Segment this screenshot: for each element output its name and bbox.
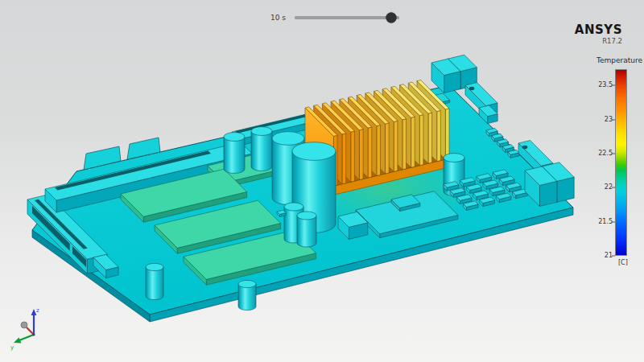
- time-slider: 10 s: [270, 10, 399, 25]
- ansys-brand-text: ANSYS: [575, 24, 622, 36]
- time-slider-handle[interactable]: [386, 13, 397, 23]
- ansys-version-text: R17.2: [575, 37, 622, 45]
- model-viewport[interactable]: [0, 0, 644, 362]
- legend-tick-label: 23: [591, 117, 613, 123]
- legend-tick-label: 23.5: [591, 82, 613, 88]
- ansys-logo: ANSYS R17.2: [575, 24, 622, 45]
- time-slider-track[interactable]: [295, 16, 399, 19]
- legend-tick-label: 22.5: [591, 150, 613, 157]
- triad-y-axis: [19, 335, 34, 340]
- triad-z-label: z: [36, 307, 39, 314]
- triad-y-label: y: [10, 344, 14, 351]
- legend-tick-label: 21: [591, 253, 613, 259]
- legend-unit: [C]: [618, 259, 644, 266]
- legend-colorbar: [615, 69, 627, 256]
- legend-bar-wrap: 23.52322.52221.521: [615, 69, 627, 256]
- legend-tick-label: 21.5: [591, 219, 613, 225]
- triad-origin-icon: [32, 333, 35, 335]
- legend-tick-label: 22: [591, 184, 613, 191]
- legend-title: Temperature: [597, 56, 644, 64]
- time-label: 10 s: [270, 14, 286, 22]
- triad-x-axis: [27, 327, 34, 335]
- ansys-viewport-window: 10 s ANSYS R17.2 Temperature 23.52322.52…: [0, 0, 644, 362]
- orientation-triad[interactable]: z y: [10, 302, 53, 352]
- temperature-legend: Temperature 23.52322.52221.521 [C]: [597, 56, 644, 266]
- triad-x-ball-icon: [21, 322, 27, 328]
